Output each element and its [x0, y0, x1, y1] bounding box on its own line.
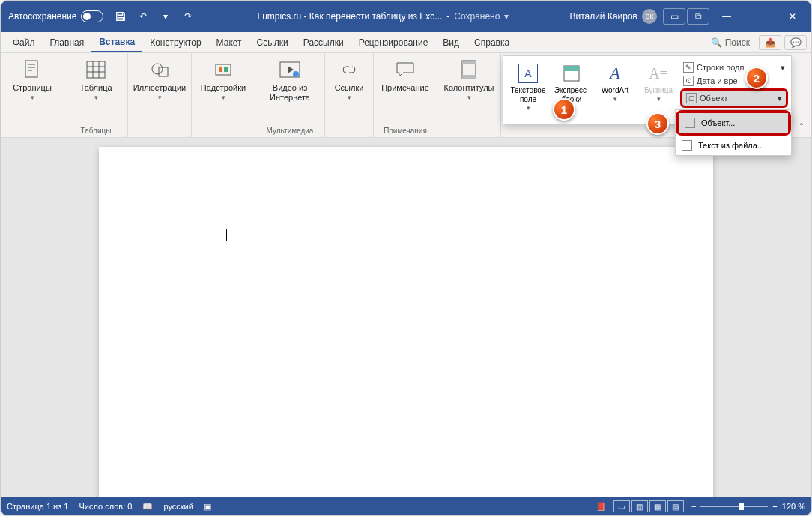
- minimize-button[interactable]: ―: [711, 8, 742, 25]
- document-area[interactable]: [1, 138, 811, 497]
- svg-rect-5: [219, 67, 222, 72]
- autosave-label: Автосохранение: [8, 11, 76, 22]
- comment-button[interactable]: Примечание: [377, 55, 434, 96]
- collapse-ribbon-icon[interactable]: ˄: [799, 122, 804, 133]
- quickparts-icon: [562, 64, 581, 83]
- header-footer-icon: [458, 59, 479, 80]
- web-view-icon[interactable]: ▤: [667, 500, 684, 512]
- shapes-icon: [149, 59, 170, 80]
- table-button[interactable]: Таблица▾: [67, 55, 124, 104]
- autosave-toggle[interactable]: Автосохранение: [4, 10, 108, 22]
- svg-rect-4: [216, 64, 231, 75]
- object-button-highlight: ▢ Объект ▾: [680, 88, 788, 108]
- object-icon: ▢: [686, 93, 697, 103]
- svg-rect-16: [564, 66, 579, 71]
- chevron-down-icon[interactable]: ▾: [504, 11, 509, 22]
- maximize-button[interactable]: ☐: [744, 8, 775, 25]
- title-bar: Автосохранение ↶ ▾ ↷ Lumpics.ru - Как пе…: [1, 1, 811, 32]
- links-button[interactable]: Ссылки▾: [328, 55, 370, 104]
- insert-object-menu-item[interactable]: Объект...: [679, 113, 788, 133]
- read-view-icon[interactable]: ▥: [631, 500, 648, 512]
- window-snap-icon[interactable]: ⧉: [687, 8, 709, 25]
- svg-marker-8: [288, 66, 294, 73]
- status-bar: Страница 1 из 1 Число слов: 0 📖 русский …: [1, 497, 811, 515]
- video-icon: [279, 59, 300, 80]
- tab-file[interactable]: Файл: [5, 32, 43, 52]
- svg-rect-1: [87, 61, 105, 78]
- zoom-value[interactable]: 120 %: [782, 502, 805, 511]
- language-status[interactable]: русский: [163, 502, 193, 511]
- svg-point-2: [152, 64, 163, 74]
- close-button[interactable]: ✕: [777, 8, 808, 25]
- tab-layout[interactable]: Макет: [209, 32, 249, 52]
- doc-name: Lumpics.ru - Как перенести таблицу из Ex…: [257, 11, 442, 22]
- dropcap-icon: A≡: [649, 64, 668, 83]
- user-account[interactable]: Виталий Каиров ВК: [569, 9, 657, 24]
- comment-icon: [395, 59, 416, 80]
- document-title: Lumpics.ru - Как перенести таблицу из Ex…: [196, 11, 569, 22]
- tab-review[interactable]: Рецензирование: [351, 32, 436, 52]
- tab-mailings[interactable]: Рассылки: [296, 32, 351, 52]
- callout-2: 2: [745, 67, 768, 89]
- tab-help[interactable]: Справка: [467, 32, 517, 52]
- zoom-control[interactable]: − + 120 %: [691, 502, 805, 511]
- datetime-icon: ⏲: [683, 76, 694, 86]
- tab-design[interactable]: Конструктор: [142, 32, 208, 52]
- table-icon: [85, 59, 106, 80]
- zoom-out-icon[interactable]: −: [691, 502, 696, 511]
- user-name: Виталий Каиров: [569, 11, 637, 22]
- callout-3: 3: [646, 112, 669, 135]
- svg-rect-11: [462, 61, 476, 64]
- search-box[interactable]: 🔍 Поиск: [705, 37, 756, 48]
- online-video-button[interactable]: Видео из Интернета: [258, 55, 321, 106]
- tab-home[interactable]: Главная: [43, 32, 92, 52]
- wordart-button[interactable]: A WordArt▾: [593, 59, 637, 124]
- ribbon-display-icon[interactable]: ▭: [663, 8, 685, 25]
- textbox-icon: A: [518, 64, 538, 83]
- word-count[interactable]: Число слов: 0: [79, 502, 132, 511]
- document-page[interactable]: [99, 147, 713, 497]
- display-settings-icon[interactable]: 📕: [596, 502, 606, 512]
- object-icon: [685, 118, 695, 128]
- textbox-button[interactable]: A Текстовое поле▾: [506, 59, 550, 124]
- signature-line-button[interactable]: ✎ Строки подп ▾: [680, 61, 788, 74]
- svg-rect-6: [224, 67, 228, 72]
- illustrations-button[interactable]: Иллюстрации▾: [131, 55, 188, 104]
- svg-rect-12: [462, 75, 476, 79]
- undo-icon[interactable]: ↶: [135, 8, 151, 25]
- object-dropdown-menu: Объект... Текст из файла...: [675, 109, 792, 156]
- page-status[interactable]: Страница 1 из 1: [7, 502, 68, 511]
- header-footer-button[interactable]: Колонтитулы▾: [440, 55, 497, 104]
- tab-view[interactable]: Вид: [435, 32, 467, 52]
- toggle-off-icon[interactable]: [81, 10, 103, 22]
- share-button[interactable]: 📤: [759, 35, 781, 50]
- print-view-icon[interactable]: ▦: [649, 500, 666, 512]
- text-from-file-menu-item[interactable]: Текст из файла...: [676, 136, 791, 155]
- ribbon-tabs: Файл Главная Вставка Конструктор Макет С…: [1, 32, 811, 53]
- proofing-icon[interactable]: 📖: [142, 502, 153, 512]
- qat-dropdown-icon[interactable]: ▾: [157, 8, 174, 25]
- callout-1: 1: [553, 98, 575, 121]
- search-placeholder: Поиск: [725, 37, 750, 48]
- comments-button[interactable]: 💬: [784, 35, 807, 50]
- addins-button[interactable]: Надстройки▾: [195, 55, 252, 104]
- page-icon: [22, 59, 43, 80]
- datetime-button[interactable]: ⏲ Дата и вре: [680, 74, 788, 88]
- quick-access-toolbar: ↶ ▾ ↷: [112, 8, 196, 25]
- addins-icon: [213, 59, 234, 80]
- zoom-slider[interactable]: [700, 506, 768, 507]
- svg-point-9: [293, 71, 299, 77]
- pages-button[interactable]: Страницы▾: [4, 55, 61, 104]
- tab-insert[interactable]: Вставка: [91, 32, 142, 52]
- signature-icon: ✎: [683, 62, 694, 73]
- macro-icon[interactable]: ▣: [204, 502, 211, 512]
- search-icon: 🔍: [711, 37, 722, 48]
- save-icon[interactable]: [112, 8, 129, 25]
- avatar: ВК: [642, 9, 657, 24]
- tab-references[interactable]: Ссылки: [249, 32, 296, 52]
- zoom-in-icon[interactable]: +: [772, 502, 777, 511]
- focus-view-icon[interactable]: ▭: [613, 500, 630, 512]
- redo-icon[interactable]: ↷: [180, 8, 196, 25]
- object-button[interactable]: ▢ Объект ▾: [683, 91, 785, 105]
- object-menu-item-highlight: Объект...: [676, 110, 791, 136]
